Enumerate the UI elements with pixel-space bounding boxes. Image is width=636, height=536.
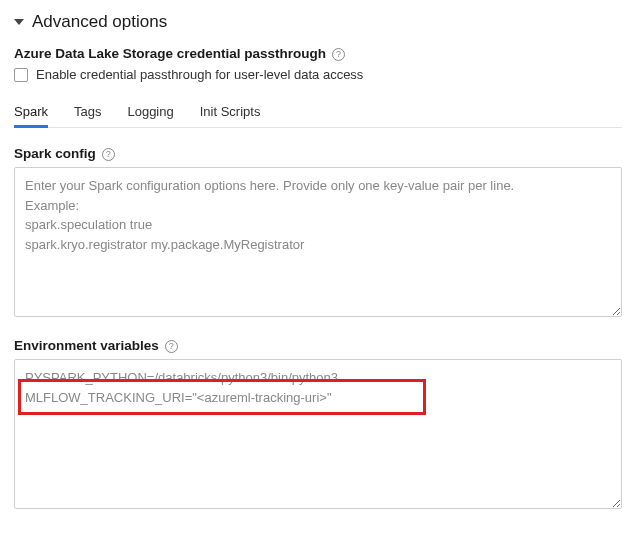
env-vars-wrap xyxy=(14,359,622,512)
env-vars-label: Environment variables xyxy=(14,338,159,353)
passthrough-title: Azure Data Lake Storage credential passt… xyxy=(14,46,326,61)
env-vars-input[interactable] xyxy=(14,359,622,509)
tab-logging[interactable]: Logging xyxy=(127,98,173,127)
advanced-options-title: Advanced options xyxy=(32,12,167,32)
chevron-down-icon xyxy=(14,19,24,25)
spark-config-input[interactable] xyxy=(14,167,622,317)
info-icon[interactable]: ? xyxy=(165,340,178,353)
spark-config-block: Spark config ? xyxy=(14,146,622,320)
passthrough-section: Azure Data Lake Storage credential passt… xyxy=(14,46,622,82)
env-vars-block: Environment variables ? xyxy=(14,338,622,512)
spark-config-label-row: Spark config ? xyxy=(14,146,622,161)
info-icon[interactable]: ? xyxy=(102,148,115,161)
spark-config-label: Spark config xyxy=(14,146,96,161)
env-vars-label-row: Environment variables ? xyxy=(14,338,622,353)
tab-init-scripts[interactable]: Init Scripts xyxy=(200,98,261,127)
passthrough-header: Azure Data Lake Storage credential passt… xyxy=(14,46,622,61)
passthrough-checkbox-label: Enable credential passthrough for user-l… xyxy=(36,67,363,82)
tab-tags[interactable]: Tags xyxy=(74,98,101,127)
tabs: Spark Tags Logging Init Scripts xyxy=(14,98,622,128)
advanced-options-header[interactable]: Advanced options xyxy=(14,12,622,32)
passthrough-checkbox[interactable] xyxy=(14,68,28,82)
passthrough-checkbox-row[interactable]: Enable credential passthrough for user-l… xyxy=(14,67,622,82)
tab-spark[interactable]: Spark xyxy=(14,98,48,127)
info-icon[interactable]: ? xyxy=(332,48,345,61)
